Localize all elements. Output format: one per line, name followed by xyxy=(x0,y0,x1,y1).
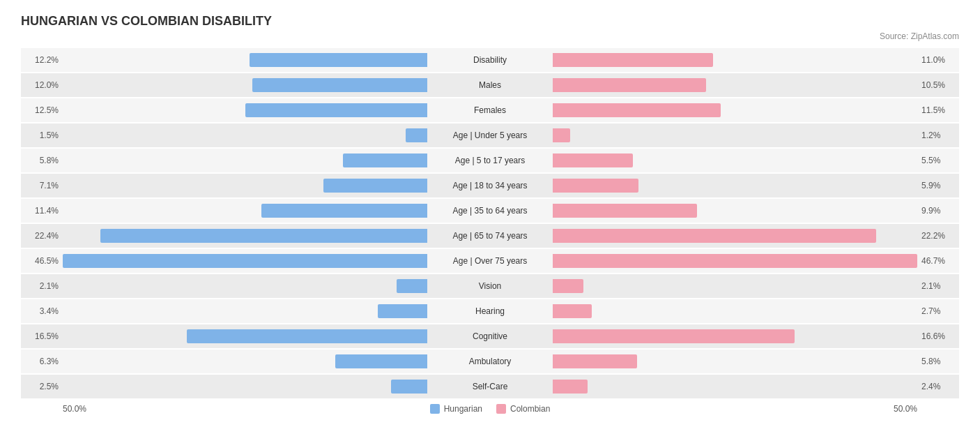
colombian-bar xyxy=(553,153,633,167)
chart-row: 12.5%Females11.5% xyxy=(21,98,959,122)
colombian-bar xyxy=(553,103,721,117)
hungarian-bar xyxy=(63,254,427,268)
right-bar-container xyxy=(553,153,917,167)
footer: 50.0% Hungarian Colombian 50.0% xyxy=(21,404,959,414)
hungarian-bar xyxy=(335,354,427,368)
hungarian-bar xyxy=(245,103,428,117)
right-value: 11.5% xyxy=(917,105,959,115)
chart-row: 3.4%Hearing2.7% xyxy=(21,299,959,323)
left-bar-container xyxy=(63,128,427,142)
colombian-bar xyxy=(553,204,697,218)
colombian-bar xyxy=(553,229,876,243)
left-bar-container xyxy=(63,153,427,167)
colombian-legend-label: Colombian xyxy=(510,404,550,414)
legend-colombian: Colombian xyxy=(496,404,550,414)
left-bar-container xyxy=(63,229,427,243)
right-value: 2.1% xyxy=(917,281,959,291)
right-value: 22.2% xyxy=(917,231,959,241)
right-value: 16.6% xyxy=(917,331,959,341)
chart-row: 1.5%Age | Under 5 years1.2% xyxy=(21,123,959,147)
left-bar-container xyxy=(63,304,427,318)
left-value: 12.2% xyxy=(21,55,63,65)
row-label: Ambulatory xyxy=(427,357,553,366)
colombian-bar xyxy=(553,279,583,293)
colombian-bar xyxy=(553,78,706,92)
right-bar-container xyxy=(553,179,917,193)
left-value: 2.5% xyxy=(21,382,63,391)
colombian-bar xyxy=(553,354,637,368)
right-bar-container xyxy=(553,354,917,368)
colombian-bar xyxy=(553,53,713,67)
left-bar-container xyxy=(63,254,427,268)
right-bar-container xyxy=(553,229,917,243)
right-value: 2.7% xyxy=(917,306,959,316)
footer-right-val: 50.0% xyxy=(894,404,917,414)
chart-row: 46.5%Age | Over 75 years46.7% xyxy=(21,249,959,273)
right-value: 9.9% xyxy=(917,206,959,216)
row-label: Disability xyxy=(427,55,553,65)
source-label: Source: ZipAtlas.com xyxy=(21,31,959,41)
right-value: 2.4% xyxy=(917,382,959,391)
colombian-bar xyxy=(553,254,917,268)
row-label: Age | 18 to 34 years xyxy=(427,181,553,190)
chart-row: 12.0%Males10.5% xyxy=(21,73,959,97)
chart-row: 2.5%Self-Care2.4% xyxy=(21,375,959,398)
right-value: 5.9% xyxy=(917,181,959,190)
right-bar-container xyxy=(553,78,917,92)
row-label: Hearing xyxy=(427,306,553,316)
left-value: 22.4% xyxy=(21,231,63,241)
right-bar-container xyxy=(553,128,917,142)
chart-container: 12.2%Disability11.0%12.0%Males10.5%12.5%… xyxy=(21,48,959,398)
colombian-bar xyxy=(553,179,638,193)
left-value: 5.8% xyxy=(21,156,63,165)
hungarian-bar xyxy=(100,229,427,243)
row-label: Self-Care xyxy=(427,382,553,391)
hungarian-bar xyxy=(252,78,427,92)
hungarian-bar xyxy=(187,329,427,343)
row-label: Age | Over 75 years xyxy=(427,256,553,266)
legend: Hungarian Colombian xyxy=(430,404,551,414)
left-value: 12.0% xyxy=(21,80,63,90)
row-label: Males xyxy=(427,80,553,90)
left-value: 3.4% xyxy=(21,306,63,316)
chart-row: 2.1%Vision2.1% xyxy=(21,274,959,298)
chart-title: HUNGARIAN VS COLOMBIAN DISABILITY xyxy=(21,14,959,29)
right-bar-container xyxy=(553,103,917,117)
right-value: 1.2% xyxy=(917,130,959,140)
colombian-bar xyxy=(553,329,795,343)
colombian-bar xyxy=(553,128,570,142)
row-label: Vision xyxy=(427,281,553,291)
chart-row: 5.8%Age | 5 to 17 years5.5% xyxy=(21,149,959,172)
left-bar-container xyxy=(63,329,427,343)
right-value: 5.8% xyxy=(917,357,959,366)
left-value: 2.1% xyxy=(21,281,63,291)
left-bar-container xyxy=(63,53,427,67)
hungarian-bar xyxy=(391,380,427,394)
hungarian-bar xyxy=(343,153,427,167)
row-label: Cognitive xyxy=(427,331,553,341)
hungarian-legend-box xyxy=(430,404,440,414)
left-bar-container xyxy=(63,354,427,368)
right-bar-container xyxy=(553,304,917,318)
row-label: Age | 5 to 17 years xyxy=(427,156,553,165)
hungarian-bar xyxy=(406,128,427,142)
right-bar-container xyxy=(553,204,917,218)
right-value: 5.5% xyxy=(917,156,959,165)
left-bar-container xyxy=(63,380,427,394)
footer-left-val: 50.0% xyxy=(63,404,86,414)
left-bar-container xyxy=(63,78,427,92)
left-value: 46.5% xyxy=(21,256,63,266)
row-label: Age | Under 5 years xyxy=(427,130,553,140)
chart-row: 6.3%Ambulatory5.8% xyxy=(21,350,959,373)
hungarian-bar xyxy=(378,304,427,318)
left-value: 7.1% xyxy=(21,181,63,190)
chart-row: 12.2%Disability11.0% xyxy=(21,48,959,72)
right-bar-container xyxy=(553,380,917,394)
right-bar-container xyxy=(553,254,917,268)
row-label: Age | 65 to 74 years xyxy=(427,231,553,241)
hungarian-bar xyxy=(397,279,427,293)
right-value: 46.7% xyxy=(917,256,959,266)
colombian-bar xyxy=(553,304,592,318)
right-value: 11.0% xyxy=(917,55,959,65)
left-value: 12.5% xyxy=(21,105,63,115)
